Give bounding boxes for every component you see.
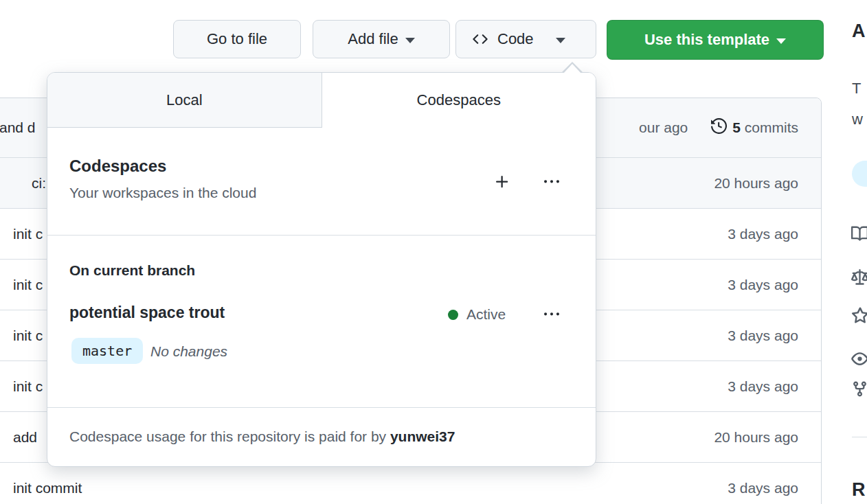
codespaces-title: Codespaces	[69, 157, 166, 176]
tab-codespaces[interactable]: Codespaces	[322, 73, 596, 128]
code-button[interactable]: Code	[455, 20, 596, 58]
commit-time: 3 days ago	[728, 226, 798, 242]
on-current-branch-heading: On current branch	[69, 262, 195, 279]
codespace-item-kebab-button[interactable]	[539, 302, 564, 327]
section-divider	[47, 407, 596, 408]
commit-time: 3 days ago	[728, 378, 798, 395]
active-status-dot-icon	[448, 310, 458, 320]
go-to-file-button[interactable]: Go to file	[173, 20, 301, 58]
commit-time: 3 days ago	[728, 480, 798, 496]
readme-book-icon	[851, 225, 867, 245]
codespace-status: Active	[448, 306, 506, 323]
commit-message[interactable]: init c	[13, 328, 43, 344]
add-file-label: Add file	[348, 30, 398, 48]
releases-heading: R	[852, 479, 866, 501]
topic-tag[interactable]	[852, 161, 867, 187]
use-this-template-label: Use this template	[644, 31, 769, 49]
use-this-template-button[interactable]: Use this template	[607, 20, 824, 60]
table-row[interactable]: init commit 3 days ago	[0, 462, 821, 504]
tab-local[interactable]: Local	[47, 73, 322, 128]
commit-time: 3 days ago	[728, 328, 798, 344]
new-codespace-plus-button[interactable]	[490, 170, 515, 194]
about-description-line: T	[852, 80, 861, 98]
status-label: Active	[466, 306, 506, 323]
commit-message[interactable]: init c	[13, 277, 43, 293]
changes-status-label: No changes	[150, 343, 227, 360]
code-label: Code	[497, 30, 534, 48]
kebab-horizontal-icon	[544, 307, 559, 322]
tab-local-label: Local	[166, 91, 203, 109]
commit-message[interactable]: and d	[0, 119, 36, 136]
commit-time: 3 days ago	[728, 277, 798, 293]
plus-icon	[494, 174, 510, 190]
dropdown-notch	[563, 64, 581, 73]
fork-icon	[851, 380, 867, 400]
commit-message[interactable]: init c	[13, 378, 43, 395]
kebab-horizontal-icon	[544, 174, 559, 190]
about-heading: A	[852, 21, 866, 42]
about-description-line: w	[852, 111, 863, 128]
commits-label: commits	[745, 119, 798, 135]
branch-name: master	[82, 343, 132, 359]
tab-codespaces-label: Codespaces	[417, 91, 501, 109]
commits-count: 5	[732, 119, 741, 135]
commit-message[interactable]: init commit	[13, 480, 82, 496]
commit-time: our ago	[639, 119, 688, 136]
code-dropdown-panel: Local Codespaces Codespaces Your workspa…	[47, 72, 596, 467]
commit-time: 20 hours ago	[714, 175, 798, 192]
chevron-down-icon	[556, 38, 565, 43]
section-divider	[47, 235, 596, 236]
owner-link[interactable]: yunwei37	[390, 428, 455, 444]
chevron-down-icon	[405, 38, 415, 43]
license-law-icon	[851, 269, 867, 289]
code-icon	[473, 32, 488, 47]
history-clock-icon	[711, 118, 727, 137]
usage-text: Codespace usage for this repository is p…	[69, 428, 390, 444]
commits-link[interactable]: 5 commits	[711, 118, 798, 137]
chevron-down-icon	[776, 38, 786, 44]
go-to-file-label: Go to file	[207, 30, 267, 48]
add-file-button[interactable]: Add file	[313, 20, 450, 58]
codespaces-subtitle: Your workspaces in the cloud	[69, 185, 256, 201]
commit-message[interactable]: add	[13, 429, 37, 446]
star-icon	[851, 307, 867, 328]
codespaces-options-kebab-button[interactable]	[539, 170, 564, 194]
dropdown-tabs: Local Codespaces	[47, 73, 596, 128]
codespace-name-link[interactable]: potential space trout	[69, 303, 225, 322]
branch-badge: master	[71, 338, 143, 364]
sidebar-divider	[852, 437, 867, 437]
commit-time: 20 hours ago	[714, 429, 798, 446]
eye-watchers-icon	[851, 350, 867, 370]
codespace-usage-footer: Codespace usage for this repository is p…	[69, 428, 455, 445]
commit-message[interactable]: init c	[13, 226, 43, 242]
